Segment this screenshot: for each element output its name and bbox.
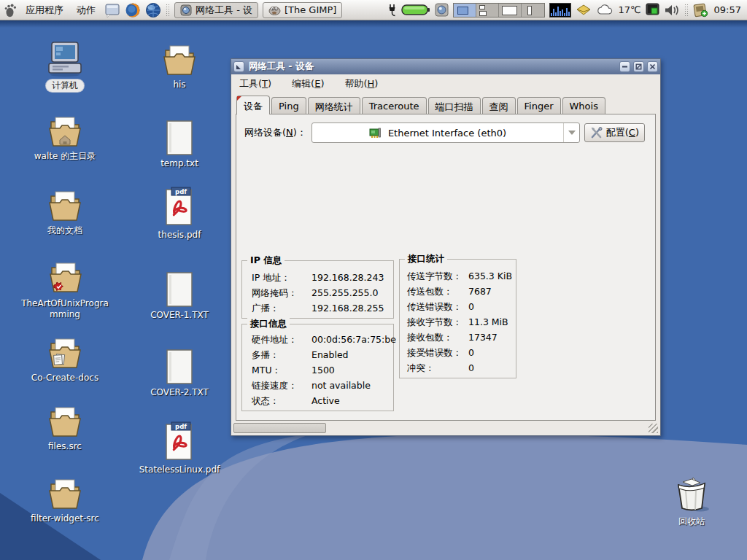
mail-applet-icon[interactable]: [576, 4, 592, 16]
desktop-icon-his[interactable]: his: [140, 44, 219, 90]
tab-netstat[interactable]: 网络统计: [308, 97, 360, 114]
tab-devices[interactable]: 设备: [236, 96, 270, 114]
folder-seal-icon: [44, 261, 85, 296]
tray-applet-icon[interactable]: [435, 3, 449, 17]
row-value: 255.255.255.0: [311, 285, 378, 300]
row-value: 0: [468, 345, 474, 360]
configure-button[interactable]: 配置(C): [584, 123, 645, 142]
network-device-combobox[interactable]: Ethernet Interface (eth0): [311, 122, 580, 143]
resize-grip[interactable]: [649, 424, 658, 433]
row-value: Active: [311, 393, 340, 408]
tab-whois[interactable]: Whois: [562, 97, 605, 114]
desktop-icon-cover2-txt[interactable]: COVER-2.TXT: [140, 349, 219, 398]
svg-text:pdf: pdf: [175, 188, 187, 195]
clock-handle[interactable]: [684, 4, 689, 17]
pdf-file-icon: pdf: [163, 187, 196, 228]
row-value: 0: [468, 299, 474, 314]
tab-ping[interactable]: Ping: [271, 97, 306, 114]
workspace-4[interactable]: [522, 4, 544, 17]
system-monitor-applet[interactable]: [549, 3, 571, 18]
pda-sync-icon[interactable]: [693, 3, 708, 18]
taskbar-button-label: 网络工具 - 设: [196, 4, 252, 17]
applications-menu[interactable]: 应用程序: [21, 1, 68, 19]
group-title: 接口信息: [247, 318, 290, 330]
desktop-icon-cocreate-docs[interactable]: Co-Create-docs: [22, 337, 108, 384]
row-label: 冲突：: [407, 360, 468, 376]
taskbar-button-label: [The GIMP]: [285, 4, 336, 15]
desktop-icon-computer[interactable]: 计算机: [22, 41, 108, 92]
battery-indicator[interactable]: [401, 4, 430, 16]
workspace-switcher[interactable]: [453, 3, 545, 18]
menu-edit[interactable]: 编辑(E): [292, 77, 324, 90]
row-label: 网络掩码：: [252, 285, 311, 300]
workspace-3[interactable]: [499, 4, 522, 17]
row-label: 广播：: [252, 300, 311, 316]
weather-temperature[interactable]: 17℃: [618, 4, 640, 15]
row-value: 192.168.28.243: [311, 270, 384, 285]
tab-finger[interactable]: Finger: [517, 97, 561, 114]
volume-speaker-icon[interactable]: [664, 4, 680, 17]
folder-docs-icon: [45, 337, 85, 370]
row-value: Enabled: [311, 347, 349, 362]
workspace-1[interactable]: [454, 4, 476, 17]
workspace-2[interactable]: [476, 4, 499, 17]
desktop-icon-temp-txt[interactable]: temp.txt: [140, 120, 219, 169]
row-value: 192.168.28.255: [311, 300, 384, 316]
row-label: 接收字节数：: [407, 314, 468, 330]
top-panel: 应用程序 动作: [0, 0, 747, 20]
combo-dropdown-arrow[interactable]: [563, 123, 579, 142]
window-list-handle[interactable]: [166, 4, 170, 17]
tab-portscan[interactable]: 端口扫描: [428, 97, 481, 114]
desktop-icon-art-of-unix[interactable]: TheArtOfUnixProgramming: [18, 261, 112, 320]
minimize-button[interactable]: [619, 61, 630, 72]
terminal-launcher-icon[interactable]: [104, 2, 120, 18]
desktop-icon-home-folder[interactable]: walte 的主目录: [22, 115, 108, 162]
panel-clock[interactable]: 09:57: [713, 4, 743, 15]
window-titlebar[interactable]: 网络工具 - 设备: [231, 59, 660, 74]
maximize-button[interactable]: [633, 61, 644, 72]
network-device-label: 网络设备(N)：: [244, 126, 311, 139]
row-value: 635.3 KiB: [468, 268, 512, 284]
desktop-icon-thesis-pdf[interactable]: pdf thesis.pdf: [140, 187, 219, 241]
desktop-icon-my-documents[interactable]: 我的文档: [22, 190, 108, 236]
row-label: 传送字节数：: [407, 268, 468, 284]
interface-statistics-group: 接口统计 传送字节数：635.3 KiB 传送包数：7687 传送错误数：0 接…: [399, 259, 516, 378]
menu-help[interactable]: 帮助(H): [344, 77, 378, 90]
desktop-icon-files-src[interactable]: files.src: [22, 405, 108, 452]
network-device-value: Ethernet Interface (eth0): [388, 128, 506, 139]
row-label: 传送包数：: [407, 284, 468, 299]
web-browser-launcher-icon[interactable]: [145, 2, 161, 18]
window-menubar: 工具(T) 编辑(E) 帮助(H): [231, 74, 660, 93]
window-menu-button[interactable]: [233, 61, 244, 72]
wallpaper-top-shade: [0, 20, 747, 28]
tab-traceroute[interactable]: Traceroute: [362, 97, 427, 114]
desktop-icon-cover1-txt[interactable]: COVER-1.TXT: [140, 271, 219, 321]
trash-icon: [671, 476, 712, 514]
desktop-icon-trash[interactable]: 回收站: [657, 476, 727, 527]
taskbar-button-network-tools[interactable]: 网络工具 - 设: [174, 2, 258, 18]
interface-info-group: 接口信息 硬件地址：00:0d:56:7a:75:be 多播：Enabled M…: [241, 324, 394, 411]
row-label: 接收包数：: [407, 330, 468, 345]
firefox-launcher-icon[interactable]: [125, 2, 141, 18]
desktop-icon-filter-widget-src[interactable]: filter-widget-src: [20, 478, 109, 524]
window-statusbar: [231, 421, 660, 435]
ip-info-group: IP 信息 IP 地址：192.168.28.243 网络掩码：255.255.…: [241, 260, 394, 319]
taskbar-button-gimp[interactable]: [The GIMP]: [263, 2, 342, 18]
close-button[interactable]: [647, 61, 658, 72]
svg-text:pdf: pdf: [175, 423, 187, 430]
display-applet-icon[interactable]: [646, 3, 659, 17]
pdf-file-icon: pdf: [163, 421, 196, 462]
power-plug-icon[interactable]: [387, 4, 397, 17]
gnome-foot-icon[interactable]: [4, 3, 17, 18]
devices-tab-panel: 网络设备(N)： Ethernet Interface (eth0): [236, 114, 656, 421]
desktop-icon-label: temp.txt: [160, 158, 198, 169]
actions-menu[interactable]: 动作: [72, 1, 100, 19]
weather-cloud-icon[interactable]: [596, 4, 614, 16]
row-value: 00:0d:56:7a:75:be: [311, 332, 396, 347]
menu-tools[interactable]: 工具(T): [239, 77, 271, 90]
desktop-icon-statelesslinux-pdf[interactable]: pdf StatelessLinux.pdf: [134, 421, 225, 475]
folder-icon: [45, 478, 85, 511]
row-label: 链接速度：: [252, 378, 311, 393]
tab-lookup[interactable]: 查阅: [482, 97, 516, 114]
network-card-icon: [369, 128, 382, 139]
